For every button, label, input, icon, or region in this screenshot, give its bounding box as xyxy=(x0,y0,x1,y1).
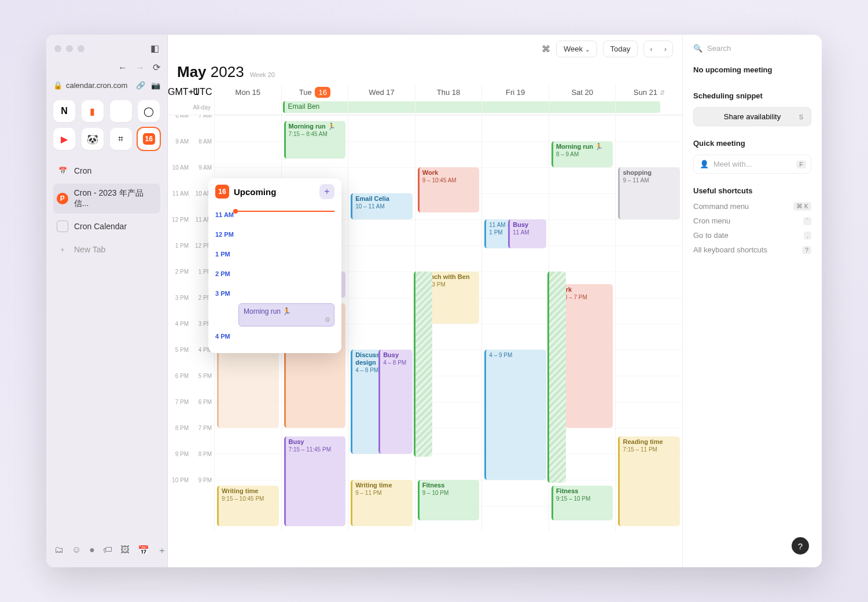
archive-icon[interactable]: 🗂 xyxy=(54,545,64,557)
tab-cron[interactable]: 📅 Cron xyxy=(53,160,160,181)
day-tue[interactable]: Tue 16 xyxy=(281,85,348,100)
tag-icon[interactable]: 🏷 xyxy=(103,545,112,557)
app-grid: N ▮ ◯ ▶ 🐼 ⌗ 16 xyxy=(53,100,160,150)
lock-icon: 🔒 xyxy=(53,81,62,90)
cron-icon: 📅 xyxy=(57,165,68,177)
next-week[interactable]: › xyxy=(659,41,672,57)
shortcut-item[interactable]: Cron menu´ xyxy=(693,216,811,225)
calendar-event[interactable]: Busy11 AM xyxy=(508,219,546,248)
app-cron[interactable]: 16 xyxy=(138,128,160,150)
app-crop[interactable]: ⌗ xyxy=(110,128,132,150)
calendar-event[interactable]: Busy4 – 8 PM xyxy=(378,350,413,454)
meet-placeholder: Meet with... xyxy=(713,160,752,168)
traffic-max[interactable] xyxy=(78,45,84,52)
browser-sidebar: ◧ ← → ⟳ 🔒 calendar.cron.com 🔗 📷 N ▮ ◯ ▶ … xyxy=(46,35,168,567)
shortcut-item[interactable]: Go to date. xyxy=(693,231,811,240)
calendar-event[interactable] xyxy=(547,271,567,483)
emoji-icon[interactable]: ☺ xyxy=(72,545,81,557)
app-figma[interactable]: ▮ xyxy=(82,100,104,122)
search-placeholder: Search xyxy=(707,44,731,53)
calendar-event[interactable]: Fitness9:15 – 10 PM xyxy=(551,486,613,520)
tab-cron-calendar[interactable]: Cron Calendar xyxy=(53,216,160,237)
week-label: Week 20 xyxy=(250,71,275,78)
tz-gmt: GMT+1 xyxy=(168,85,191,100)
day-sun[interactable]: Sun 21 ⇵ xyxy=(615,85,682,100)
calendar-event[interactable]: Fitness9 – 10 PM xyxy=(418,480,480,520)
app-notion[interactable]: N xyxy=(53,100,75,122)
calendar-event[interactable]: shopping9 – 11 AM xyxy=(618,167,680,219)
app-window: ◧ ← → ⟳ 🔒 calendar.cron.com 🔗 📷 N ▮ ◯ ▶ … xyxy=(46,35,822,567)
calendar-event[interactable]: Writing time9 – 11 PM xyxy=(351,480,413,526)
popover-event[interactable]: Morning run 🏃 ⚙ xyxy=(238,303,334,326)
popover-add-button[interactable]: + xyxy=(319,184,334,199)
add-icon[interactable]: ＋ xyxy=(157,545,167,557)
day-thu[interactable]: Thu 18 xyxy=(415,85,482,100)
allday-row: All-day Email Ben xyxy=(168,100,682,115)
app-youtube[interactable]: ▶ xyxy=(53,128,75,150)
link-icon[interactable]: 🔗 xyxy=(136,81,145,90)
today-button[interactable]: Today xyxy=(603,41,638,57)
calendar-event[interactable]: Writing time9:15 – 10:45 PM xyxy=(217,486,279,526)
calendar-event[interactable]: Reading time7:15 – 11 PM xyxy=(618,436,680,526)
prev-week[interactable]: ‹ xyxy=(644,41,658,57)
col-fri[interactable]: 11 AM – 1 PMBusy11 AM4 – 9 PM xyxy=(481,115,549,532)
app-panda[interactable]: 🐼 xyxy=(82,128,104,150)
meet-with-input[interactable]: 👤 Meet with... F xyxy=(693,155,811,174)
col-wed[interactable]: Email Celia10 – 11 AMDiscuss design4 – 8… xyxy=(348,115,415,532)
traffic-min[interactable] xyxy=(66,45,73,52)
popover-hour: 4 PM xyxy=(215,326,334,346)
reload-icon[interactable]: ⟳ xyxy=(153,62,160,73)
square-icon xyxy=(57,221,68,232)
help-button[interactable]: ? xyxy=(792,537,809,555)
time-gutter: 8 AM9 AM10 AM11 AM12 PM1 PM2 PM3 PM4 PM5… xyxy=(168,115,214,532)
share-availability-button[interactable]: Share availability S xyxy=(693,107,811,126)
day-sat[interactable]: Sat 20 xyxy=(549,85,616,100)
traffic-close[interactable] xyxy=(54,45,61,52)
image-icon[interactable]: 🖼 xyxy=(120,545,130,557)
title-row: May 2023 Week 20 xyxy=(168,63,682,85)
day-wed[interactable]: Wed 17 xyxy=(348,85,415,100)
popover-hour: 3 PM xyxy=(215,284,334,303)
col-thu[interactable]: Work9 – 10:45 AMLunch with Ben1 – 3 PMFi… xyxy=(415,115,482,532)
day-fri[interactable]: Fri 19 xyxy=(481,85,549,100)
camera-icon[interactable]: 📷 xyxy=(151,81,160,90)
app-github[interactable]: ◯ xyxy=(138,100,160,122)
kbd-f: F xyxy=(796,160,806,168)
shortcut-item[interactable]: All keyboard shortcuts? xyxy=(693,245,811,254)
tab-cron-product[interactable]: P Cron - 2023 年产品信... xyxy=(53,183,160,214)
search-box[interactable]: 🔍 Search xyxy=(693,44,811,53)
back-icon[interactable]: ← xyxy=(118,63,127,73)
tz-utc: UTC xyxy=(191,85,214,100)
forward-icon[interactable]: → xyxy=(135,63,145,73)
calendar-event[interactable]: 4 – 9 PM xyxy=(484,350,546,480)
chevron-down-icon: ⌄ xyxy=(585,46,590,53)
sidebar-toggle-icon[interactable]: ◧ xyxy=(150,43,159,54)
days-header: GMT+1 UTC Mon 15 Tue 16 Wed 17 Thu 18 Fr… xyxy=(168,85,682,100)
new-tab[interactable]: ＋ New Tab xyxy=(53,239,160,260)
calendar-event[interactable]: Email Celia10 – 11 AM xyxy=(351,193,413,219)
command-icon[interactable]: ⌘ xyxy=(542,44,550,54)
col-sun[interactable]: shopping9 – 11 AMReading time7:15 – 11 P… xyxy=(615,115,682,532)
url-bar[interactable]: 🔒 calendar.cron.com 🔗 📷 xyxy=(53,79,160,92)
tab-label: Cron - 2023 年产品信... xyxy=(74,188,157,209)
shortcuts-list: Command menu⌘ KCron menu´Go to date.All … xyxy=(693,202,811,254)
col-sat[interactable]: Morning run 🏃8 – 9 AMWork1:30 – 7 PMFitn… xyxy=(549,115,616,532)
popover-hour: 2 PM xyxy=(215,264,334,284)
calendar-event[interactable]: Morning run 🏃7:15 – 8:45 AM xyxy=(284,121,346,159)
day-mon[interactable]: Mon 15 xyxy=(214,85,281,100)
calendar-event[interactable]: Busy7:15 – 11:45 PM xyxy=(284,436,346,526)
dot-icon[interactable]: ● xyxy=(89,545,95,557)
calendar-event[interactable]: Morning run 🏃8 – 9 AM xyxy=(551,141,613,167)
view-dropdown[interactable]: Week ⌄ xyxy=(556,41,597,57)
shortcut-item[interactable]: Command menu⌘ K xyxy=(693,202,811,211)
calendar-event[interactable] xyxy=(414,271,433,457)
traffic-lights: ◧ xyxy=(53,41,160,56)
cal-icon[interactable]: 📅 xyxy=(138,545,149,557)
new-tab-label: New Tab xyxy=(74,245,105,254)
now-indicator xyxy=(236,211,334,212)
popover-title: Upcoming xyxy=(234,187,276,197)
gear-icon[interactable]: ⚙ xyxy=(325,316,330,324)
person-icon: 👤 xyxy=(700,160,709,168)
app-apple[interactable] xyxy=(110,100,132,122)
calendar-event[interactable]: Work9 – 10:45 AM xyxy=(418,167,480,212)
